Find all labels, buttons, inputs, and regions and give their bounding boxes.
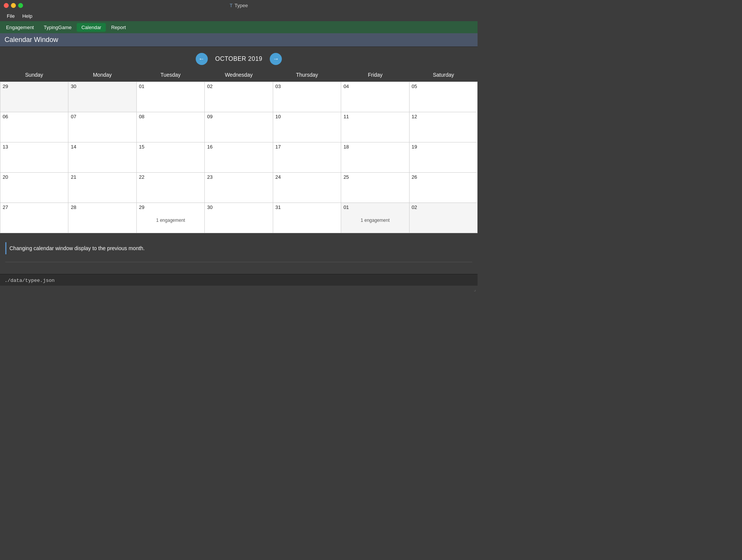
calendar-grid: Sunday Monday Tuesday Wednesday Thursday… [0, 68, 478, 233]
calendar-cell[interactable]: 17 [273, 142, 341, 173]
day-number: 30 [207, 204, 270, 210]
nav-tabs: Engagement TypingGame Calendar Report [0, 21, 478, 33]
day-number: 22 [139, 174, 202, 180]
header-saturday: Saturday [409, 68, 478, 82]
day-number: 29 [3, 84, 66, 89]
day-number: 07 [71, 114, 134, 119]
calendar-cell[interactable]: 291 engagement [137, 203, 205, 233]
calendar-cell[interactable]: 31 [273, 203, 341, 233]
day-headers: Sunday Monday Tuesday Wednesday Thursday… [0, 68, 478, 82]
day-number: 01 [343, 204, 407, 210]
calendar-cell[interactable]: 28 [68, 203, 136, 233]
calendar-cell[interactable]: 23 [205, 173, 273, 203]
calendar-body: 2930010203040506070809101112131415161718… [0, 82, 478, 233]
day-number: 20 [3, 174, 66, 180]
tab-typing-game[interactable]: TypingGame [39, 23, 76, 32]
day-number: 21 [71, 174, 134, 180]
menu-file[interactable]: File [4, 12, 18, 20]
status-message: Changing calendar window display to the … [5, 242, 472, 254]
resize-handle: ⌟ [0, 286, 478, 293]
calendar-cell[interactable]: 16 [205, 142, 273, 173]
day-number: 08 [139, 114, 202, 119]
calendar-container: ← OCTOBER 2019 → Sunday Monday Tuesday W… [0, 47, 478, 236]
header-monday: Monday [68, 68, 137, 82]
prev-month-button[interactable]: ← [196, 53, 208, 65]
day-number: 16 [207, 144, 270, 150]
day-number: 02 [412, 204, 475, 210]
day-number: 14 [71, 144, 134, 150]
day-number: 19 [412, 144, 475, 150]
file-path: ./data/typee.json [5, 278, 55, 283]
app-icon: T [230, 3, 233, 8]
engagement-label: 1 engagement [139, 218, 202, 223]
day-number: 24 [275, 174, 339, 180]
calendar-cell[interactable]: 22 [137, 173, 205, 203]
calendar-cell[interactable]: 30 [205, 203, 273, 233]
bottom-bar: ./data/typee.json [0, 274, 478, 286]
calendar-cell[interactable]: 10 [273, 112, 341, 142]
calendar-cell[interactable]: 04 [341, 82, 409, 112]
app-title: Typee [235, 3, 248, 8]
calendar-cell[interactable]: 06 [0, 112, 68, 142]
status-divider [5, 262, 472, 262]
calendar-cell[interactable]: 20 [0, 173, 68, 203]
header-friday: Friday [341, 68, 410, 82]
day-number: 27 [3, 204, 66, 210]
calendar-cell[interactable]: 15 [137, 142, 205, 173]
calendar-cell[interactable]: 01 [137, 82, 205, 112]
calendar-cell[interactable]: 02 [205, 82, 273, 112]
calendar-cell[interactable]: 09 [205, 112, 273, 142]
header-thursday: Thursday [273, 68, 341, 82]
page-title-bar: Calendar Window [0, 33, 478, 47]
calendar-cell[interactable]: 19 [410, 142, 478, 173]
close-button[interactable] [4, 3, 9, 8]
tab-calendar[interactable]: Calendar [77, 23, 106, 32]
calendar-cell[interactable]: 29 [0, 82, 68, 112]
calendar-cell[interactable]: 03 [273, 82, 341, 112]
calendar-cell[interactable]: 11 [341, 112, 409, 142]
calendar-cell[interactable]: 08 [137, 112, 205, 142]
day-number: 01 [139, 84, 202, 89]
calendar-cell[interactable]: 25 [341, 173, 409, 203]
day-number: 29 [139, 204, 202, 210]
calendar-cell[interactable]: 21 [68, 173, 136, 203]
minimize-button[interactable] [11, 3, 16, 8]
calendar-cell[interactable]: 24 [273, 173, 341, 203]
menu-help[interactable]: Help [19, 12, 36, 20]
page-title: Calendar Window [5, 36, 58, 44]
month-title: OCTOBER 2019 [215, 56, 263, 62]
next-month-button[interactable]: → [270, 53, 282, 65]
day-number: 15 [139, 144, 202, 150]
header-tuesday: Tuesday [136, 68, 205, 82]
status-area: Changing calendar window display to the … [0, 236, 478, 274]
maximize-button[interactable] [18, 3, 23, 8]
day-number: 03 [275, 84, 339, 89]
day-number: 18 [343, 144, 407, 150]
calendar-cell[interactable]: 011 engagement [341, 203, 409, 233]
header-sunday: Sunday [0, 68, 68, 82]
menu-bar: File Help [0, 11, 478, 21]
calendar-cell[interactable]: 12 [410, 112, 478, 142]
calendar-nav: ← OCTOBER 2019 → [0, 50, 478, 68]
calendar-cell[interactable]: 02 [410, 203, 478, 233]
calendar-cell[interactable]: 27 [0, 203, 68, 233]
calendar-cell[interactable]: 14 [68, 142, 136, 173]
calendar-cell[interactable]: 18 [341, 142, 409, 173]
day-number: 12 [412, 114, 475, 119]
window-title: T Typee [230, 3, 248, 8]
calendar-cell[interactable]: 30 [68, 82, 136, 112]
calendar-cell[interactable]: 05 [410, 82, 478, 112]
day-number: 06 [3, 114, 66, 119]
day-number: 04 [343, 84, 407, 89]
day-number: 09 [207, 114, 270, 119]
tab-report[interactable]: Report [107, 23, 130, 32]
engagement-label: 1 engagement [343, 218, 407, 223]
day-number: 23 [207, 174, 270, 180]
calendar-cell[interactable]: 07 [68, 112, 136, 142]
tab-engagement[interactable]: Engagement [2, 23, 39, 32]
title-bar: T Typee [0, 0, 478, 11]
calendar-cell[interactable]: 13 [0, 142, 68, 173]
day-number: 26 [412, 174, 475, 180]
day-number: 13 [3, 144, 66, 150]
calendar-cell[interactable]: 26 [410, 173, 478, 203]
